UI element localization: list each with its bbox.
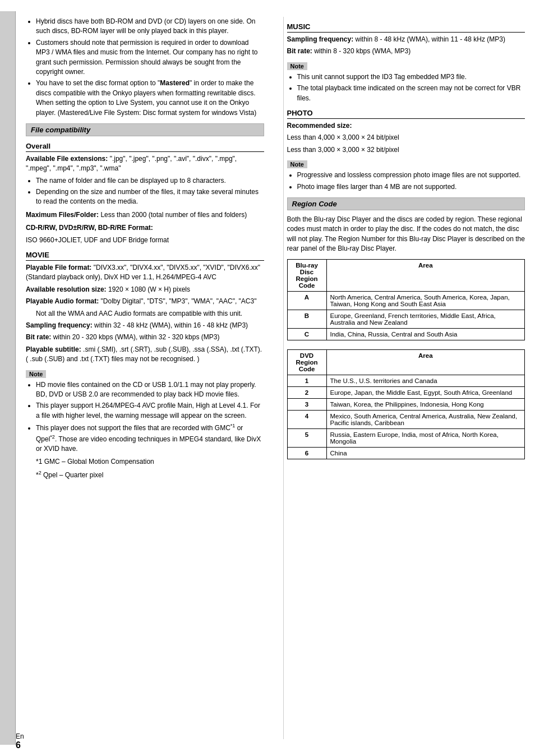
resolution: Available resolution size: 1920 × 1080 (… [26,285,264,294]
region-code-header: Region Code [287,197,525,210]
movie-note-1: This player support H.264/MPEG-4 AVC pro… [36,401,264,421]
page-footer: En 6 [16,732,24,750]
table-row: 5Russia, Eastern Europe, India, most of … [287,429,525,448]
music-note-label: Note [287,62,307,70]
top-bullets: Hybrid discs have both BD-ROM and DVD (o… [26,17,264,118]
dvd-area-cell: Europe, Japan, the Middle East, Egypt, S… [326,387,525,399]
movie-note-0: HD movie files contained on the CD or US… [36,380,264,400]
music-note-1: The total playback time indicated on the… [297,84,525,103]
page-number: 6 [16,740,21,750]
available-extensions: Available File extensions: ".jpg", ".jpe… [26,154,264,174]
bluray-code-cell: C [287,329,326,340]
dvd-code-cell: 2 [287,387,326,399]
subtitle: Playable subtitle: .smi (.SMI), .srt (.S… [26,345,264,365]
overall-bullets: The name of folder and file can be displ… [26,176,264,207]
photo-size-1: Less than 3,000 × 3,000 × 32 bit/pixel [287,145,525,155]
right-column: MUSIC Sampling frequency: within 8 - 48 … [283,17,525,739]
dvd-code-cell: 6 [287,448,326,459]
dvd-code-cell: 5 [287,429,326,448]
bluray-code-cell: A [287,292,326,310]
audio-format: Playable Audio format: "Dolby Digital", … [26,297,264,306]
left-column: Hybrid discs have both BD-ROM and DVD (o… [26,17,270,739]
music-sampling: Sampling frequency: within 8 - 48 kHz (W… [287,35,525,44]
available-label: Available File extensions: [26,155,108,163]
dvd-area-cell: Russia, Eastern Europe, India, most of A… [326,429,525,448]
table-row: BEurope, Greenland, French territories, … [287,310,525,329]
table-row: 3Taiwan, Korea, the Philippines, Indones… [287,399,525,411]
movie-note-section: Note HD movie files contained on the CD … [26,367,264,481]
bitrate: Bit rate: within 20 - 320 kbps (WMA), wi… [26,333,264,342]
table-row: ANorth America, Central America, South A… [287,292,525,310]
dvd-code-cell: 4 [287,411,326,429]
table-row: 2Europe, Japan, the Middle East, Egypt, … [287,387,525,399]
max-files-label: Maximum Files/Folder: [26,211,99,219]
file-compat-header: File compatibility [26,123,264,136]
movie-notes: HD movie files contained on the CD or US… [26,380,264,454]
music-note-0: This unit cannot support the ID3 Tag emb… [297,72,525,82]
dvd-area-cell: China [326,448,525,459]
dvd-code-cell: 1 [287,375,326,387]
max-files: Maximum Files/Folder: Less than 2000 (to… [26,210,264,220]
bluray-area-cell: North America, Central America, South Am… [326,292,525,310]
table-row: 4Mexico, South America, Central America,… [287,411,525,429]
photo-title: PHOTO [287,109,525,119]
region-intro: Both the Blu-ray Disc Player and the dis… [287,215,525,254]
sampling-freq: Sampling frequency: within 32 - 48 kHz (… [26,321,264,330]
bullet-hybrid: Hybrid discs have both BD-ROM and DVD (o… [36,17,264,36]
overall-bullet-0: The name of folder and file can be displ… [36,176,264,186]
table-row: 6China [287,448,525,459]
movie-note-2: This player does not support the files t… [36,422,264,454]
photo-note-section: Note Progressive and lossless compressio… [287,157,525,192]
dvd-area-cell: Taiwan, Korea, the Philippines, Indonesi… [326,399,525,411]
cd-format-value: ISO 9660+JOLIET, UDF and UDF Bridge form… [26,236,264,245]
bluray-col1-header: Blu-ray Disc Region Code [287,260,326,292]
dvd-area-cell: The U.S., U.S. territories and Canada [326,375,525,387]
bullet-customers: Customers should note that permission is… [36,38,264,77]
page-lang: En [16,732,24,740]
dvd-code-cell: 3 [287,399,326,411]
playable-format: Playable File format: "DIVX3.xx", "DIVX4… [26,263,264,283]
photo-size-0: Less than 4,000 × 3,000 × 24 bit/pixel [287,133,525,142]
movie-note-label: Note [26,370,46,378]
max-files-value: Less than 2000 (total number of files an… [100,211,247,219]
dvd-area-cell: Mexico, South America, Central America, … [326,411,525,429]
bluray-table: Blu-ray Disc Region Code Area ANorth Ame… [287,259,525,340]
dvd-col1-header: DVD Region Code [287,350,326,375]
dvd-table: DVD Region Code Area 1The U.S., U.S. ter… [287,349,525,459]
photo-note-label: Note [287,160,307,168]
photo-note-1: Photo image files larger than 4 MB are n… [297,182,525,192]
left-tab [0,11,16,745]
music-bitrate: Bit rate: within 8 - 320 kbps (WMA, MP3) [287,47,525,56]
table-row: CIndia, China, Russia, Central and South… [287,329,525,340]
audio-note: Not all the WMA and AAC Audio formats ar… [26,309,264,319]
photo-notes: Progressive and lossless compression pho… [287,170,525,192]
photo-recommended-label: Recommended size: [287,121,525,131]
music-notes: This unit cannot support the ID3 Tag emb… [287,72,525,103]
dvd-col2-header: Area [326,350,525,375]
music-note-section: Note This unit cannot support the ID3 Ta… [287,59,525,103]
mastered-bold: Mastered [160,79,190,87]
music-title: MUSIC [287,22,525,33]
footnote-1: *1 GMC – Global Motion Compensation [26,457,264,467]
cd-format-label: CD-R/RW, DVD±R/RW, BD-R/RE Format: [26,223,264,233]
bluray-col2-header: Area [326,260,525,292]
overall-bullet-1: Depending on the size and number of the … [36,187,264,207]
bullet-mastered: You have to set the disc format option t… [36,79,264,118]
footnote-2: *2 Qpel – Quarter pixel [26,469,264,480]
table-row: 1The U.S., U.S. territories and Canada [287,375,525,387]
bluray-area-cell: Europe, Greenland, French territories, M… [326,310,525,329]
bluray-code-cell: B [287,310,326,329]
photo-note-0: Progressive and lossless compression pho… [297,170,525,180]
overall-title: Overall [26,142,264,152]
bluray-area-cell: India, China, Russia, Central and South … [326,329,525,340]
movie-title: MOVIE [26,251,264,261]
